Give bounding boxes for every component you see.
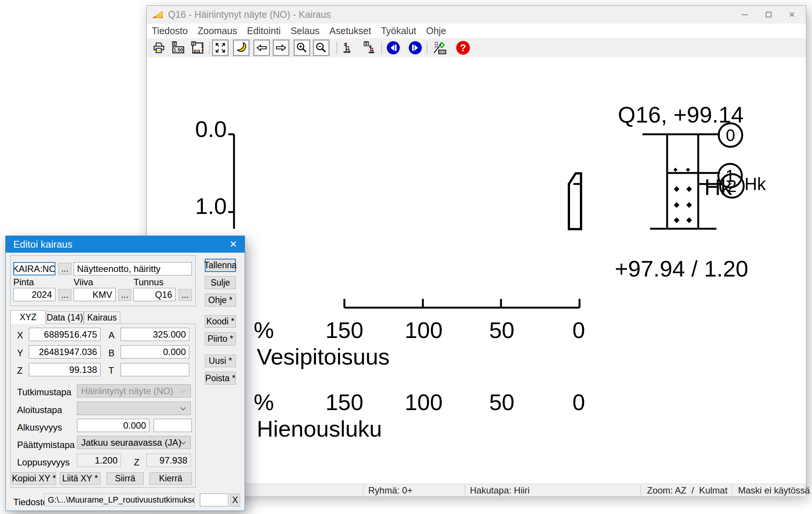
status-bar: Ryhmä: 0+ Hakutapa: Hiiri Zoom: AZ / Kul… bbox=[147, 484, 806, 496]
menu-ohje[interactable]: Ohje bbox=[421, 24, 451, 38]
y-field[interactable]: 26481947.036 bbox=[29, 345, 101, 358]
status-zoom: Zoom: AZ / Kulmat bbox=[647, 485, 727, 496]
pan-right-button[interactable] bbox=[273, 39, 289, 56]
window-title: Q16 - Häiriintynyt näyte (NO) - Kairaus bbox=[168, 6, 331, 24]
scale-button[interactable]: 1:50 bbox=[170, 40, 186, 56]
toolbar-separator bbox=[336, 42, 337, 54]
kierra-button[interactable]: Kierrä bbox=[149, 472, 192, 485]
alkusyvyys-extra-field[interactable] bbox=[154, 419, 192, 432]
page-setup-button[interactable] bbox=[190, 40, 206, 56]
uusi-button[interactable]: Uusi * bbox=[205, 355, 236, 367]
poista-button[interactable]: Poista * bbox=[205, 372, 236, 385]
drawing-canvas[interactable]: 0.0 1.0 Q16, +99.14 bbox=[147, 57, 806, 484]
loppusyvyys-z-field: 97.938 bbox=[146, 454, 191, 467]
menu-selaus[interactable]: Selaus bbox=[286, 24, 324, 38]
a-field[interactable]: 325.000 bbox=[121, 328, 189, 341]
close-button[interactable]: ✕ bbox=[780, 6, 804, 24]
aloitustapa-label: Aloitustapa bbox=[17, 405, 62, 415]
status-search: Hakutapa: Hiiri bbox=[470, 485, 529, 496]
arrow-right-icon bbox=[275, 42, 287, 54]
minimize-button[interactable] bbox=[733, 6, 757, 24]
zoom-out-button[interactable] bbox=[313, 39, 330, 56]
tallenna-button[interactable]: Tallenna bbox=[205, 259, 236, 272]
tutkimustapa-dropdown: Häiriintynyt näyte (NO) bbox=[77, 384, 191, 398]
ohje-button[interactable]: Ohje * bbox=[205, 294, 236, 307]
drill-profile-select-button[interactable] bbox=[362, 40, 378, 56]
drill-rig-icon bbox=[342, 41, 355, 54]
viiva-label: Viiva bbox=[74, 277, 93, 288]
tick-label: 150 bbox=[325, 318, 363, 343]
depth-label-bottom: 1.0 bbox=[195, 193, 227, 219]
siirra-button[interactable]: Siirrä bbox=[107, 472, 144, 485]
scale-row-title: Hienousluku bbox=[257, 416, 382, 442]
scale-row-vesipitoisuus: % 150 100 50 0 Vesipitoisuus bbox=[254, 318, 585, 369]
zoom-in-icon bbox=[296, 42, 308, 54]
arrow-left-icon bbox=[256, 42, 268, 54]
menu-tiedosto[interactable]: Tiedosto bbox=[147, 24, 193, 38]
zoom-previous-button[interactable] bbox=[233, 39, 250, 56]
menu-editointi[interactable]: Editointi bbox=[242, 24, 286, 38]
tiedosto-clear-button[interactable]: X bbox=[230, 494, 240, 506]
piirto-button[interactable]: Piirto * bbox=[205, 332, 236, 346]
dialog-close-button[interactable]: ✕ bbox=[222, 236, 245, 253]
chevron-down-icon bbox=[181, 405, 186, 410]
menu-zoomaus[interactable]: Zoomaus bbox=[193, 24, 242, 38]
menu-tyokalut[interactable]: Työkalut bbox=[376, 24, 421, 38]
tick-label: 150 bbox=[325, 390, 363, 415]
app-logo-icon bbox=[151, 10, 163, 19]
maximize-button[interactable] bbox=[757, 6, 780, 24]
survey-type-browse-button[interactable]: ... bbox=[58, 263, 71, 275]
print-button[interactable] bbox=[151, 40, 167, 56]
minimize-icon bbox=[742, 14, 748, 15]
tab-xyz[interactable]: XYZ bbox=[10, 310, 46, 324]
viiva-field[interactable]: KMV bbox=[74, 288, 116, 301]
tiedosto-extra-field[interactable] bbox=[200, 494, 228, 506]
tiedosto-label: Tiedosto bbox=[13, 497, 48, 508]
help-button[interactable]: ? bbox=[455, 40, 471, 56]
window-titlebar[interactable]: Q16 - Häiriintynyt näyte (NO) - Kairaus … bbox=[147, 6, 806, 24]
alkusyvyys-field[interactable]: 0.000 bbox=[77, 419, 149, 432]
pinta-browse-button[interactable]: ... bbox=[58, 289, 71, 301]
zoom-extents-button[interactable] bbox=[212, 39, 229, 56]
sulje-button[interactable]: Sulje bbox=[205, 276, 236, 289]
close-icon: ✕ bbox=[788, 10, 795, 19]
tunnus-browse-button[interactable]: ... bbox=[179, 289, 192, 301]
kopioi-xy-button[interactable]: Kopioi XY * bbox=[12, 472, 56, 485]
tick-label: 50 bbox=[489, 390, 515, 415]
depth-label-top: 0.0 bbox=[195, 116, 227, 142]
aloitustapa-dropdown[interactable] bbox=[77, 402, 191, 415]
pan-left-button[interactable] bbox=[253, 39, 270, 56]
liita-xy-button[interactable]: Liitä XY * bbox=[60, 472, 101, 485]
viiva-browse-button[interactable]: ... bbox=[118, 289, 131, 301]
menu-asetukset[interactable]: Asetukset bbox=[325, 24, 376, 38]
x-field[interactable]: 6889516.475 bbox=[29, 328, 101, 341]
tunnus-label: Tunnus bbox=[134, 277, 163, 288]
tab-kairaus[interactable]: Kairaus bbox=[84, 311, 120, 324]
survey-type-field[interactable]: KAIRA:NO bbox=[13, 262, 55, 275]
scale-row-hienousluku: % 150 100 50 0 Hienousluku bbox=[254, 390, 585, 442]
scale-label: 1:50 bbox=[174, 47, 183, 53]
diagram-settings-button[interactable] bbox=[432, 40, 448, 56]
z-field[interactable]: 99.138 bbox=[29, 363, 101, 376]
loppusyvyys-label: Loppusyvyys bbox=[17, 457, 70, 468]
scale-row-title: Vesipitoisuus bbox=[257, 344, 390, 369]
drill-profile-button[interactable] bbox=[340, 40, 356, 56]
dialog-titlebar[interactable]: Editoi kairaus ✕ bbox=[6, 236, 245, 253]
zoom-out-icon bbox=[315, 42, 327, 54]
paattymistapa-dropdown[interactable]: Jatkuu seuraavassa (JA) bbox=[77, 436, 191, 449]
koodi-button[interactable]: Koodi * bbox=[205, 315, 236, 328]
tab-data[interactable]: Data (14) bbox=[46, 311, 84, 324]
b-field[interactable]: 0.000 bbox=[121, 345, 189, 358]
caption-buttons: ✕ bbox=[733, 6, 804, 24]
status-separator bbox=[465, 485, 465, 495]
tunnus-field[interactable]: Q16 bbox=[134, 288, 176, 301]
dialog-title: Editoi kairaus bbox=[13, 239, 72, 250]
main-window: Q16 - Häiriintynyt näyte (NO) - Kairaus … bbox=[146, 5, 806, 496]
previous-object-button[interactable] bbox=[385, 40, 401, 56]
borehole-bottom-label: +97.94 / 1.20 bbox=[615, 256, 748, 281]
t-field[interactable] bbox=[121, 363, 189, 376]
pinta-field[interactable]: 2024 bbox=[13, 288, 55, 301]
zoom-in-button[interactable] bbox=[294, 39, 310, 56]
sample-marker-0: 0 bbox=[726, 126, 735, 145]
next-object-button[interactable] bbox=[407, 40, 423, 56]
